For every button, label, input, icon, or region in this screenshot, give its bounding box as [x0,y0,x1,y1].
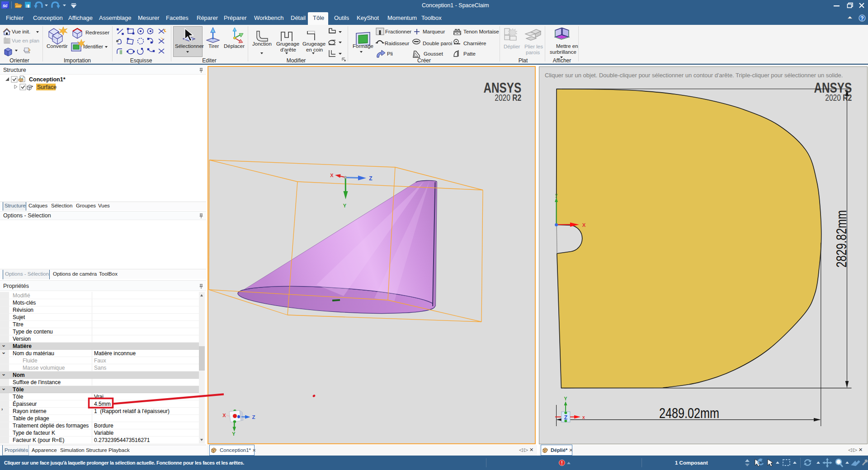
svg-text:sc: sc [3,3,8,8]
svg-text:Surface: Surface [37,84,57,90]
svg-text:Conception1*: Conception1* [29,76,66,83]
svg-text:?: ? [860,15,863,22]
svg-text:!: ! [561,461,562,465]
